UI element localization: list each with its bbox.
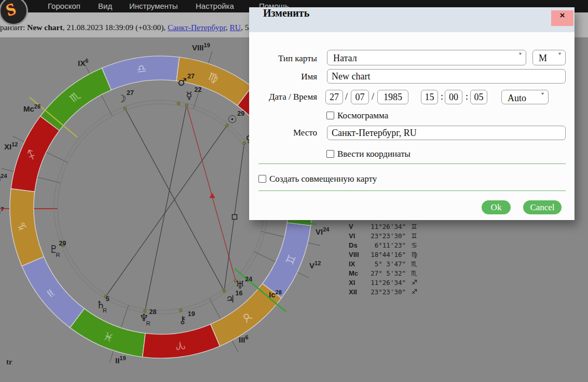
- aquarius-sign-icon: ♒: [43, 285, 59, 301]
- year-input[interactable]: [377, 90, 408, 104]
- month-input[interactable]: [351, 90, 369, 104]
- house-cusp-line: [13, 137, 68, 162]
- enter-coordinates-checkbox[interactable]: [326, 150, 334, 158]
- zodiac-segment-pisces: [70, 309, 145, 357]
- house-row-VIII: VIII18°44'16"♍: [349, 250, 417, 259]
- chiron-degree-label: 19: [188, 310, 195, 318]
- pluto-position-dot: [62, 244, 65, 247]
- scorpio-sign-icon: ♏: [67, 89, 83, 105]
- chiron-planet-icon: ⚷: [179, 313, 186, 326]
- separator: [258, 190, 566, 191]
- zodiac-sign-icon: ♊: [406, 223, 417, 230]
- uranus-planet-icon: ♅: [235, 279, 244, 291]
- square-aspect-icon: [233, 215, 237, 220]
- cosmogram-checkbox[interactable]: [326, 112, 334, 119]
- menu-item-4[interactable]: Настройка: [196, 2, 234, 10]
- pluto-retrograde-label: R: [56, 252, 60, 258]
- house-degrees: 23°23'30": [367, 232, 406, 240]
- zodiac-sign-icon: ♐: [406, 288, 417, 296]
- capricorn-sign-icon: ♑: [16, 221, 29, 232]
- zodiac-sign-icon: ♏: [406, 260, 417, 268]
- cosmogram-label: Космограмма: [337, 111, 388, 121]
- zodiac-segment-gemini: [263, 223, 311, 298]
- name-label: Имя: [257, 72, 317, 82]
- moon-degree-label: 27: [127, 89, 134, 97]
- neptune-planet-icon: ♆: [140, 311, 149, 324]
- enter-coordinates-label: Ввести координаты: [337, 149, 411, 159]
- sun-position-dot: [226, 124, 229, 127]
- zodiac-segment-aquarius: [22, 257, 84, 328]
- house-cusp-line: [2, 169, 61, 183]
- house-degrees: 27° 5'32": [367, 269, 406, 277]
- gender-select[interactable]: M ˅: [532, 50, 566, 65]
- mercury-degree-label: 22: [194, 86, 201, 93]
- chart-type-label: Тип карты: [257, 53, 317, 64]
- chart-type-select[interactable]: Натал ˅: [327, 50, 526, 65]
- zodiac-sign-icon: ♋: [406, 241, 417, 249]
- house-row-VI: VI23°23'30"♊: [349, 231, 417, 240]
- zodiac-segment-sagittarius: [11, 116, 59, 192]
- mars-position-dot: [177, 102, 180, 105]
- saturn-planet-icon: ♄: [96, 298, 105, 311]
- separator: [258, 163, 566, 164]
- zodiac-sign-icon: ♊: [406, 232, 417, 240]
- house-degrees: 18°44'16": [367, 251, 406, 258]
- zodiac-sign-icon: ♍: [406, 251, 417, 258]
- zodiac-segment-aries: [143, 324, 220, 358]
- house-label: VIII: [349, 251, 367, 258]
- house-label-Mc: Mc28: [23, 103, 40, 113]
- combined-chart-checkbox[interactable]: [258, 175, 266, 183]
- neptune-position-dot: [144, 309, 147, 312]
- chart-type-value: Натал: [333, 51, 357, 65]
- menu-item-1[interactable]: Гороскоп: [48, 2, 80, 10]
- chart-status-line: Транзит: New chart, 21.08.2023 18:39:09 …: [0, 23, 249, 32]
- dialog-header: Изменить ×: [249, 7, 575, 32]
- name-input[interactable]: [327, 69, 566, 84]
- house-degrees: 23°23'30": [367, 288, 406, 296]
- house-label: IX: [349, 260, 367, 268]
- aspect-line: [187, 105, 236, 281]
- ds-axis-line: [292, 222, 317, 224]
- trine-aspect-icon: [210, 193, 215, 198]
- zodiac-segment-virgo: [176, 57, 252, 105]
- status-country-link[interactable]: RU: [230, 23, 241, 32]
- zodiac-sign-icon: ♐: [406, 279, 417, 286]
- house-cusp-line: [254, 252, 309, 278]
- inner-circle: [54, 100, 268, 314]
- house-row-Mc: Mc27° 5'32"♏: [349, 268, 417, 278]
- menu-item-2[interactable]: Вид: [98, 2, 112, 10]
- house-label: V: [349, 223, 367, 230]
- house-label: XI: [349, 279, 367, 286]
- status-place-link[interactable]: Санкт-Петербург: [168, 23, 226, 32]
- date-separator: /: [372, 91, 374, 102]
- house-label: VI: [349, 232, 367, 240]
- place-input[interactable]: [327, 126, 566, 140]
- cancel-button[interactable]: Cancel: [523, 200, 562, 214]
- saturn-degree-label: 5: [106, 295, 110, 303]
- house-label-III: III6: [239, 334, 249, 344]
- timezone-select[interactable]: Auto ˅: [501, 90, 549, 104]
- virgo-sign-icon: ♍: [207, 70, 220, 85]
- neptune-degree-label: 28: [149, 308, 156, 316]
- house-label-VIII: VIII19: [192, 42, 210, 52]
- second-input[interactable]: [470, 90, 487, 104]
- ic-axis-line: [235, 269, 286, 312]
- time-separator: :: [466, 91, 468, 102]
- house-cusp-line: [193, 51, 212, 109]
- chiron-position-dot: [179, 309, 182, 312]
- house-label-Ic: Ic28: [269, 289, 282, 299]
- minute-input[interactable]: [445, 90, 462, 104]
- house-cusp-line: [210, 298, 238, 352]
- jupiter-position-dot: [223, 290, 226, 293]
- close-icon[interactable]: ×: [551, 10, 573, 26]
- hour-input[interactable]: [421, 90, 438, 104]
- aspect-line: [145, 105, 186, 311]
- taurus-sign-icon: ♉: [239, 309, 255, 325]
- ok-button[interactable]: Ok: [482, 200, 511, 214]
- menu-item-3[interactable]: Инструменты: [129, 2, 178, 10]
- aspect-line: [125, 108, 224, 291]
- day-input[interactable]: [325, 90, 343, 104]
- venus-position-dot: [243, 142, 246, 145]
- aspect-line: [224, 143, 244, 291]
- mars-degree-label: 27: [187, 73, 195, 80]
